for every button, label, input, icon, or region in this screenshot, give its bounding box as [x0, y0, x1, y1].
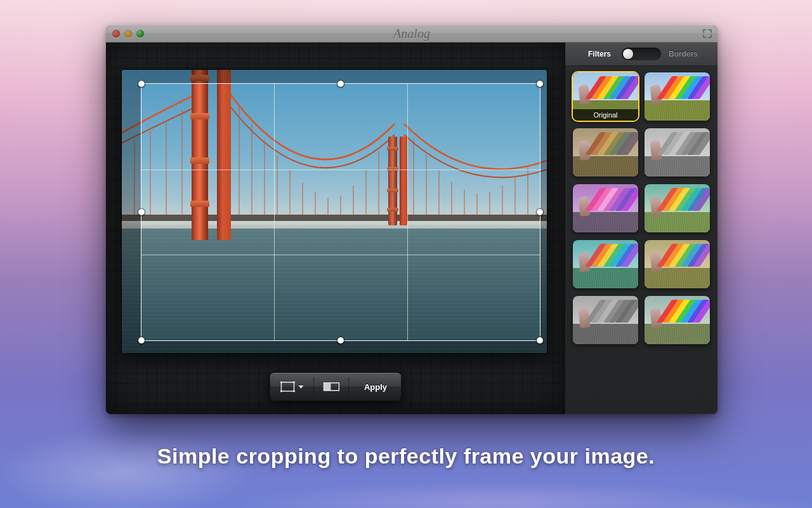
filter-thumb-cross[interactable] — [645, 184, 710, 232]
filter-thumb-teal[interactable] — [573, 240, 638, 288]
filter-list[interactable]: Original — [565, 66, 717, 414]
filter-preview — [573, 128, 638, 177]
crop-handle[interactable] — [138, 209, 145, 215]
crop-handle[interactable] — [537, 209, 543, 215]
filter-preview — [645, 296, 710, 344]
toggle-knob — [623, 49, 633, 59]
svg-rect-33 — [324, 383, 331, 391]
close-icon[interactable] — [112, 30, 120, 37]
filter-thumb-label: Original — [573, 109, 638, 121]
crop-toolbar: Apply — [269, 372, 402, 401]
crop-gridline — [141, 255, 540, 255]
crop-gridline — [274, 84, 275, 340]
zoom-icon[interactable] — [136, 30, 144, 37]
app-window: Analog — [106, 25, 717, 414]
filter-preview — [645, 128, 710, 177]
tabs-toggle[interactable] — [622, 48, 661, 60]
crop-gridline — [141, 170, 540, 170]
content-area: Apply Filters Borders O — [106, 43, 717, 414]
window-controls — [112, 30, 144, 37]
toolbar-separator — [348, 377, 349, 396]
crop-handle[interactable] — [138, 337, 145, 344]
apply-button-label: Apply — [364, 382, 387, 392]
crop-gridline — [407, 84, 408, 340]
filter-preview — [573, 184, 638, 232]
tab-filters[interactable]: Filters — [577, 50, 622, 58]
minimize-icon[interactable] — [124, 30, 132, 37]
chevron-down-icon — [298, 385, 303, 389]
marketing-tagline: Simple cropping to perfectly frame your … — [0, 444, 812, 469]
aspect-ratio-icon[interactable] — [320, 377, 342, 396]
sidebar-tabs: Filters Borders — [565, 43, 717, 66]
filter-thumb-noir[interactable] — [573, 296, 638, 344]
photo-canvas[interactable] — [122, 70, 547, 353]
crop-handle[interactable] — [537, 337, 543, 344]
svg-point-30 — [280, 390, 282, 392]
toolbar-separator — [313, 377, 314, 396]
filter-thumb-magenta[interactable] — [573, 184, 638, 232]
filter-thumb-vivid[interactable] — [645, 72, 710, 121]
filter-preview — [645, 72, 710, 121]
svg-point-29 — [292, 381, 294, 383]
titlebar: Analog — [106, 25, 717, 43]
crop-handle[interactable] — [337, 337, 344, 344]
crop-free-icon[interactable] — [275, 377, 307, 396]
canvas-area: Apply — [106, 43, 565, 414]
fullscreen-icon[interactable] — [702, 29, 712, 39]
sidebar: Filters Borders Original — [565, 43, 717, 414]
svg-point-31 — [292, 390, 294, 392]
filter-thumb-bw[interactable] — [645, 128, 710, 177]
filter-preview — [645, 184, 710, 232]
crop-handle[interactable] — [337, 81, 344, 87]
filter-thumb-warm[interactable] — [645, 240, 710, 288]
crop-handle[interactable] — [138, 81, 145, 87]
filter-preview — [573, 296, 638, 344]
crop-handle[interactable] — [537, 81, 543, 87]
crop-selection[interactable] — [141, 83, 540, 341]
filter-preview — [645, 240, 710, 288]
svg-rect-27 — [281, 382, 294, 391]
filter-thumb-rainbow2[interactable] — [645, 296, 710, 344]
apply-button[interactable]: Apply — [355, 377, 396, 396]
app-title: Analog — [106, 27, 717, 41]
tab-borders[interactable]: Borders — [661, 50, 705, 58]
filter-thumb-original[interactable]: Original — [573, 72, 638, 121]
filter-preview — [573, 240, 638, 288]
svg-point-28 — [280, 381, 282, 383]
filter-thumb-sepia[interactable] — [573, 128, 638, 177]
